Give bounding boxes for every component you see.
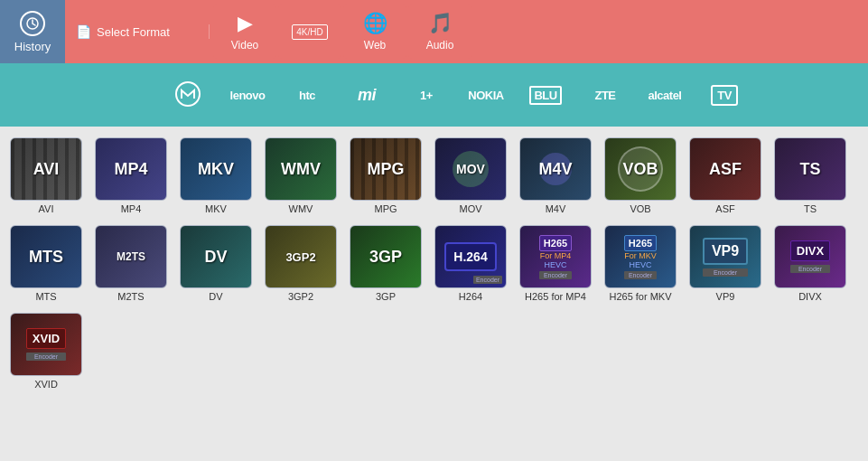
format-item-avi[interactable]: AVI AVI <box>5 134 87 218</box>
brand-alcatel-btn[interactable]: alcatel <box>635 63 695 127</box>
brand-nokia-btn[interactable]: NOKIA <box>456 63 516 127</box>
format-thumb-vob: VOB <box>604 137 677 201</box>
history-icon <box>20 11 45 36</box>
format-options: ▶ Video 4K/HD 4K/HD 🌐 Web 🎵 Audio <box>210 5 475 59</box>
format-label-divx: DIVX <box>798 291 822 302</box>
format-item-vp9[interactable]: VP9 Encoder VP9 <box>685 221 766 306</box>
lenovo-logo: lenovo <box>230 89 266 102</box>
format-label-wmv: WMV <box>289 203 313 214</box>
format-thumb-wmv: WMV <box>265 137 337 201</box>
format-audio-btn[interactable]: 🎵 Audio <box>408 5 471 59</box>
blu-logo: BLU <box>529 86 561 105</box>
format-thumb-mpg: MPG <box>350 137 422 201</box>
brand-motorola-btn[interactable] <box>158 63 218 127</box>
format-item-h265mkv[interactable]: H265 For MKV HEVC Encoder H265 for MKV <box>600 221 681 306</box>
format-thumb-dv: DV <box>180 225 252 288</box>
format-label-m2ts: M2TS <box>117 291 144 302</box>
nokia-logo: NOKIA <box>468 89 503 102</box>
format-thumb-m2ts: M2TS <box>95 225 167 288</box>
brand-tv-btn[interactable]: TV <box>695 63 754 127</box>
format-label-mts: MTS <box>35 291 56 302</box>
format-item-xvid[interactable]: XVID Encoder XVID <box>5 309 87 393</box>
format-thumb-3gp: 3GP <box>350 225 422 288</box>
format-section-label: 📄 Select Format <box>65 24 210 39</box>
format-thumb-mkv: MKV <box>180 137 252 201</box>
htc-logo: htc <box>299 89 315 102</box>
brand-oneplus-btn[interactable]: 1+ <box>397 63 456 127</box>
format-thumb-h265mkv: H265 For MKV HEVC Encoder <box>604 225 677 288</box>
format-item-divx[interactable]: DIVX Encoder DIVX <box>770 221 851 306</box>
audio-icon: 🎵 <box>428 12 453 35</box>
format-label-mp4: MP4 <box>121 203 142 214</box>
brand-blu-btn[interactable]: BLU <box>516 63 575 127</box>
format-thumb-h265mp4: H265 For MP4 HEVC Encoder <box>519 225 592 288</box>
format-thumb-xvid: XVID Encoder <box>10 313 82 376</box>
format-row: 📄 Select Format ▶ Video 4K/HD 4K/HD 🌐 We… <box>65 0 868 63</box>
zte-logo: ZTE <box>594 89 615 102</box>
format-item-mkv[interactable]: MKV MKV <box>175 134 257 218</box>
formats-grid: AVI AVI MP4 MP4 MKV MKV WMV WMV MPG MPG … <box>0 127 868 461</box>
format-item-dv[interactable]: DV DV <box>175 221 257 306</box>
format-web-btn[interactable]: 🌐 Web <box>343 5 406 59</box>
format-label-3gp2: 3GP2 <box>288 291 313 302</box>
history-label: History <box>14 40 51 53</box>
format-thumb-vp9: VP9 Encoder <box>689 225 761 288</box>
format-thumb-mov: MOV <box>434 137 507 201</box>
format-item-mp4[interactable]: MP4 MP4 <box>90 134 172 218</box>
format-item-ts[interactable]: TS TS <box>770 134 851 218</box>
format-label-h265mp4: H265 for MP4 <box>525 291 586 302</box>
format-item-mpg[interactable]: MPG MPG <box>345 134 426 218</box>
format-label-vob: VOB <box>630 203 650 214</box>
format-thumb-3gp2: 3GP2 <box>265 225 337 288</box>
format-thumb-h264: H.264 Encoder <box>434 225 507 288</box>
4khd-icon: 4K/HD <box>292 24 327 40</box>
format-label-vp9: VP9 <box>716 291 735 302</box>
format-label-mkv: MKV <box>205 203 227 214</box>
format-thumb-ts: TS <box>774 137 846 201</box>
motorola-logo <box>175 81 201 109</box>
format-thumb-mts: MTS <box>10 225 82 288</box>
video-icon: ▶ <box>238 12 253 35</box>
brand-htc-btn[interactable]: htc <box>277 63 337 127</box>
xiaomi-logo: mi <box>358 86 376 105</box>
format-item-m4v[interactable]: M4V M4V <box>515 134 596 218</box>
format-item-mts[interactable]: MTS MTS <box>5 221 87 306</box>
format-label-h264: H264 <box>459 291 482 302</box>
format-item-mov[interactable]: MOV MOV <box>430 134 511 218</box>
format-label-text: Select Format <box>97 25 170 39</box>
format-label-m4v: M4V <box>546 203 566 214</box>
format-label-avi: AVI <box>39 203 54 214</box>
format-label-ts: TS <box>804 203 817 214</box>
web-icon: 🌐 <box>363 12 387 35</box>
format-label-xvid: XVID <box>34 379 58 390</box>
format-4khd-btn[interactable]: 4K/HD 4K/HD <box>278 5 341 59</box>
oneplus-logo: 1+ <box>420 89 433 102</box>
format-label-3gp: 3GP <box>376 291 396 302</box>
brand-lenovo-btn[interactable]: lenovo <box>218 63 277 127</box>
nav-history[interactable]: History <box>0 0 65 63</box>
format-label-asf: ASF <box>715 203 734 214</box>
format-thumb-divx: DIVX Encoder <box>774 225 846 288</box>
format-thumb-mp4: MP4 <box>95 137 167 201</box>
format-item-h265mp4[interactable]: H265 For MP4 HEVC Encoder H265 for MP4 <box>515 221 596 306</box>
tv-logo: TV <box>711 85 738 106</box>
format-item-wmv[interactable]: WMV WMV <box>260 134 341 218</box>
format-thumb-m4v: M4V <box>519 137 592 201</box>
format-thumb-avi: AVI <box>10 137 82 201</box>
alcatel-logo: alcatel <box>649 89 682 102</box>
format-thumb-asf: ASF <box>689 137 761 201</box>
format-file-icon: 📄 <box>76 24 91 39</box>
format-item-3gp[interactable]: 3GP 3GP <box>345 221 426 306</box>
format-item-vob[interactable]: VOB VOB <box>600 134 681 218</box>
brand-xiaomi-btn[interactable]: mi <box>337 63 397 127</box>
format-item-asf[interactable]: ASF ASF <box>685 134 766 218</box>
brand-zte-btn[interactable]: ZTE <box>575 63 635 127</box>
format-label-h265mkv: H265 for MKV <box>609 291 671 302</box>
format-label-mpg: MPG <box>374 203 397 214</box>
format-item-h264[interactable]: H.264 Encoder H264 <box>430 221 511 306</box>
format-item-m2ts[interactable]: M2TS M2TS <box>90 221 172 306</box>
format-item-3gp2[interactable]: 3GP2 3GP2 <box>260 221 341 306</box>
format-label-dv: DV <box>209 291 222 302</box>
format-label-mov: MOV <box>459 203 481 214</box>
format-video-btn[interactable]: ▶ Video <box>213 5 276 59</box>
